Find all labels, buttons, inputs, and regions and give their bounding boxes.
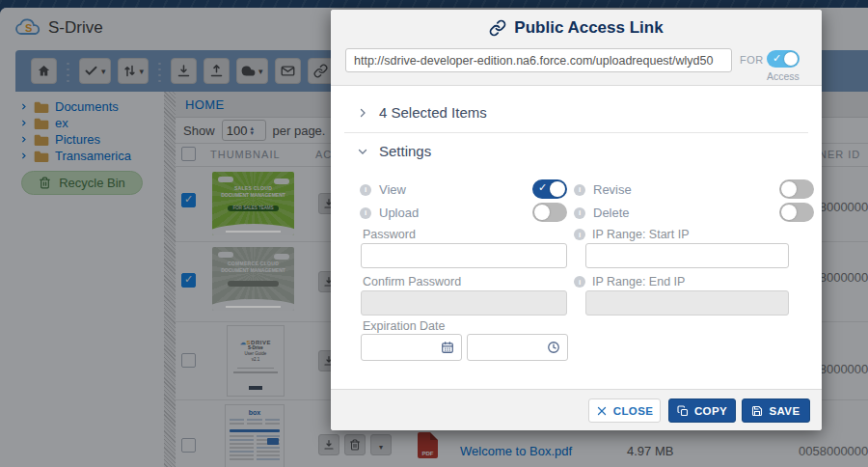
ip-end-label: IP Range: End IP [574,275,685,288]
view-toggle-label: View [360,182,406,197]
upload-toggle[interactable] [532,203,567,222]
delete-toggle[interactable] [779,203,814,222]
settings-section-toggle[interactable]: Settings [357,143,431,159]
expiration-date-input[interactable] [361,334,462,361]
password-input[interactable] [361,243,567,268]
public-link-url-input[interactable] [345,48,732,72]
link-icon [489,19,506,37]
copy-icon [677,405,689,417]
calendar-icon [441,341,454,354]
password-label: Password [363,228,416,241]
for-label: FOR [740,54,764,66]
ip-start-label: IP Range: Start IP [574,228,690,241]
expiration-time-input[interactable] [467,334,568,361]
section-divider [344,132,808,133]
delete-toggle-label: Delete [574,206,630,220]
info-icon[interactable] [574,229,585,240]
confirm-password-input [361,290,567,316]
ip-start-input[interactable] [585,243,789,268]
access-label: Access [767,70,800,82]
info-icon[interactable] [574,276,585,288]
modal-header: Public Access Link FOR Access [331,10,822,86]
info-icon[interactable] [360,207,371,219]
clock-icon [547,341,560,354]
selected-items-section-toggle[interactable]: 4 Selected Items [357,104,487,121]
info-icon[interactable] [574,207,585,219]
revise-toggle-label: Revise [574,182,632,197]
ip-end-input [585,290,789,316]
public-access-link-modal: Public Access Link FOR Access 4 Selected… [331,10,822,430]
chevron-down-icon [357,146,368,157]
close-button[interactable]: CLOSE [588,398,661,423]
modal-title: Public Access Link [331,18,822,38]
modal-footer: CLOSE COPY SAVE [331,389,822,430]
expiration-date-label: Expiration Date [363,319,445,333]
confirm-password-label: Confirm Password [363,275,461,288]
screen: S S-Drive [0,0,868,467]
for-access-toggle[interactable] [767,50,800,68]
save-icon [751,405,763,417]
save-button[interactable]: SAVE [742,398,810,423]
info-icon[interactable] [360,184,371,196]
copy-button[interactable]: COPY [668,398,736,423]
upload-toggle-label: Upload [360,206,419,220]
info-icon[interactable] [574,184,585,196]
revise-toggle[interactable] [779,179,814,199]
close-x-icon [596,405,608,417]
view-toggle[interactable] [532,179,567,199]
chevron-right-icon [357,107,368,119]
